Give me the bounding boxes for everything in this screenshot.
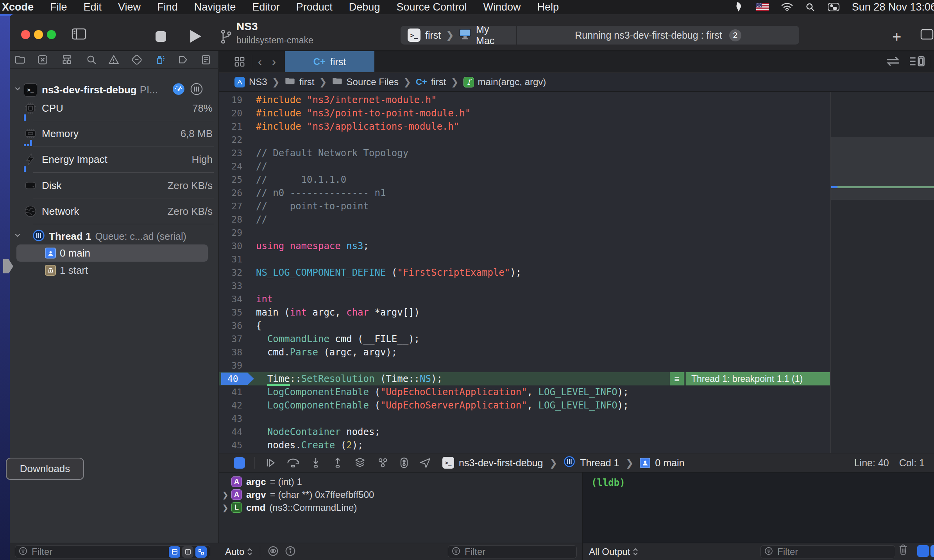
us-flag-icon[interactable]	[756, 3, 769, 11]
code-line-27[interactable]: 27// point-to-point	[219, 200, 830, 213]
wifi-icon[interactable]	[781, 2, 793, 12]
variables-scope-select[interactable]: Auto	[225, 546, 253, 557]
menu-item-window[interactable]: Window	[475, 1, 529, 13]
symbol-navigator-icon[interactable]	[61, 54, 73, 66]
frame-row-0-main[interactable]: 0 main	[10, 244, 219, 262]
back-chevron-icon[interactable]: ‹	[258, 55, 262, 68]
info-icon[interactable]	[284, 545, 296, 558]
code-line-38[interactable]: 38 cmd.Parse (argc, argv);	[219, 346, 830, 359]
console-pane-toggle-icon-2[interactable]	[930, 545, 934, 557]
line-number[interactable]: 27	[219, 201, 246, 211]
line-number[interactable]: 44	[219, 427, 246, 437]
line-number[interactable]: 35	[219, 307, 246, 317]
report-navigator-icon[interactable]	[200, 54, 212, 66]
jumpbar-item-first[interactable]: first	[284, 76, 315, 88]
stop-button[interactable]	[156, 31, 166, 42]
code-line-29[interactable]: 29	[219, 226, 830, 239]
menu-item-debug[interactable]: Debug	[341, 1, 388, 13]
disclosure-chevron-icon[interactable]	[14, 85, 21, 95]
breadcrumb-thread[interactable]: Thread 1	[580, 457, 619, 469]
continue-icon[interactable]	[264, 457, 277, 469]
line-number[interactable]: 30	[219, 241, 246, 251]
editor-options-icon[interactable]	[909, 55, 926, 69]
forward-chevron-icon[interactable]: ›	[272, 55, 276, 68]
code-line-44[interactable]: 44 NodeContainer nodes;	[219, 425, 830, 439]
code-line-19[interactable]: 19#include "ns3/internet-module.h"	[219, 93, 830, 107]
editor-layout-icon[interactable]	[920, 29, 934, 41]
downloads-button[interactable]: Downloads	[6, 458, 84, 480]
frame-row-1-start[interactable]: 1 start	[10, 262, 219, 279]
add-button[interactable]: +	[892, 28, 901, 46]
close-window-button[interactable]	[21, 30, 30, 39]
related-items-icon[interactable]	[234, 56, 245, 69]
line-number[interactable]: 39	[219, 360, 246, 371]
menu-item-help[interactable]: Help	[529, 1, 567, 13]
gauge-row-memory[interactable]: Memory6,8 MB	[10, 125, 219, 142]
line-number[interactable]: 37	[219, 334, 246, 344]
code-line-43[interactable]: 43	[219, 412, 830, 425]
step-out-icon[interactable]	[331, 457, 344, 469]
line-number[interactable]: 25	[219, 175, 246, 185]
breakpoint-lines-icon[interactable]: ≡	[670, 372, 684, 385]
variable-row-argv[interactable]: ❯Aargv= (char **) 0x7ffeefbff500	[219, 488, 582, 501]
scheme-selector[interactable]: >_ first ❯ My Mac	[401, 26, 516, 45]
variables-filter-field[interactable]: Filter	[448, 545, 577, 558]
code-line-41[interactable]: 41 LogComponentEnable ("UdpEchoClientApp…	[219, 385, 830, 399]
disclosure-chevron-icon[interactable]	[14, 232, 21, 241]
menu-item-product[interactable]: Product	[288, 1, 341, 13]
breakpoint-hit-badge[interactable]: Thread 1: breakpoint 1.1 (1)	[686, 372, 830, 385]
line-number[interactable]: 31	[219, 254, 246, 264]
thread-row[interactable]: Thread 1Queue: c...ad (serial)	[10, 228, 219, 245]
gauge-row-network[interactable]: NetworkZero KB/s	[10, 203, 219, 220]
code-line-28[interactable]: 28//	[219, 213, 830, 226]
line-number[interactable]: 32	[219, 268, 246, 278]
disclosure-chevron-icon[interactable]: ❯	[222, 503, 229, 512]
menu-item-find[interactable]: Find	[149, 1, 186, 13]
step-into-icon[interactable]	[310, 457, 322, 469]
sidebar-toggle-icon[interactable]	[72, 28, 86, 41]
jumpbar-item-main-argc-argv-[interactable]: fmain(argc, argv)	[463, 77, 546, 87]
minimize-window-button[interactable]	[34, 30, 43, 39]
console-output-select[interactable]: All Output	[589, 546, 639, 557]
menu-item-source-control[interactable]: Source Control	[388, 1, 475, 13]
filter-running-toggle[interactable]	[169, 546, 180, 558]
code-line-22[interactable]: 22	[219, 133, 830, 146]
code-line-24[interactable]: 24//	[219, 160, 830, 173]
menu-item-view[interactable]: View	[110, 1, 149, 13]
minimap[interactable]	[830, 92, 934, 453]
code-line-34[interactable]: 34int	[219, 292, 830, 306]
jumpbar-item-first[interactable]: C+first	[416, 77, 446, 87]
line-number[interactable]: 36	[219, 321, 246, 331]
line-number[interactable]: 19	[219, 95, 246, 105]
control-center-icon[interactable]	[828, 3, 839, 11]
swap-editor-icon[interactable]	[885, 55, 901, 69]
appearance-icon[interactable]	[399, 457, 410, 469]
code-line-40[interactable]: 40 Time::SetResolution (Time::NS);≡Threa…	[219, 372, 830, 385]
variable-row-cmd[interactable]: ❯Lcmd(ns3::CommandLine)	[219, 501, 582, 514]
line-number[interactable]: 21	[219, 121, 246, 132]
code-line-25[interactable]: 25// 10.1.1.0	[219, 173, 830, 186]
sidebar-filter-field[interactable]: Filter	[15, 545, 210, 558]
code-line-21[interactable]: 21#include "ns3/applications-module.h"	[219, 120, 830, 133]
breadcrumb-frame[interactable]: 0 main	[655, 457, 684, 469]
project-navigator-icon[interactable]	[14, 54, 26, 66]
menu-item-file[interactable]: File	[42, 1, 75, 13]
activity-viewer[interactable]: Running ns3-dev-first-debug : first 2	[517, 26, 799, 45]
line-number[interactable]: 42	[219, 400, 246, 410]
gauge-row-cpu[interactable]: CPU78%	[10, 100, 219, 117]
line-number[interactable]: 29	[219, 228, 246, 238]
gauge-icon[interactable]	[172, 82, 185, 97]
line-number[interactable]: 20	[219, 108, 246, 118]
menubar-clock[interactable]: Sun 28 Nov 13:06	[852, 1, 934, 13]
code-line-45[interactable]: 45 nodes.Create (2);	[219, 439, 830, 452]
tab-first[interactable]: C+ first	[285, 51, 374, 72]
code-line-31[interactable]: 31	[219, 253, 830, 266]
filter-flag-toggle[interactable]	[195, 546, 207, 558]
code-line-42[interactable]: 42 LogComponentEnable ("UdpEchoServerApp…	[219, 399, 830, 412]
menu-item-navigate[interactable]: Navigate	[186, 1, 244, 13]
app-glyph-icon[interactable]	[734, 2, 744, 12]
menu-item-xcode[interactable]: Xcode	[0, 1, 42, 13]
threads-view-icon[interactable]	[190, 82, 203, 97]
code-line-37[interactable]: 37 CommandLine cmd (__FILE__);	[219, 332, 830, 346]
filter-view-toggle[interactable]	[182, 546, 193, 558]
